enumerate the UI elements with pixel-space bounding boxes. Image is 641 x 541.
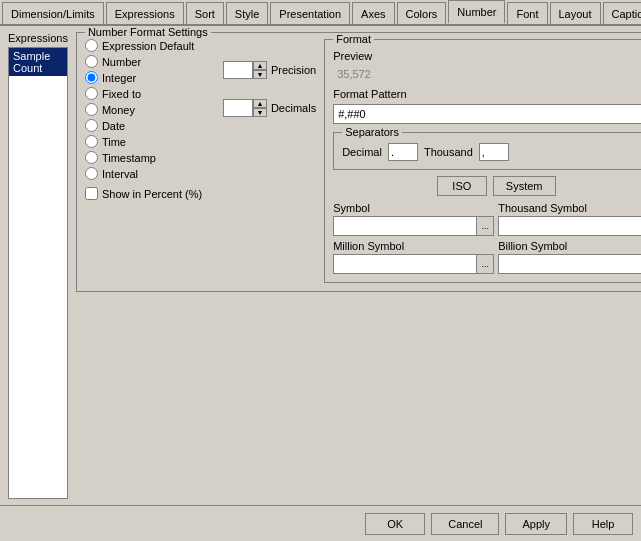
million-symbol-input[interactable] bbox=[333, 254, 476, 274]
billion-symbol-group: Billion Symbol ... bbox=[498, 240, 641, 274]
decimals-row: ▲ ▼ Decimals bbox=[223, 99, 316, 117]
radio-interval[interactable]: Interval bbox=[85, 167, 215, 180]
radio-time-label: Time bbox=[102, 136, 126, 148]
radio-money-input[interactable] bbox=[85, 103, 98, 116]
format-preview-section: Preview 35,572 bbox=[333, 50, 641, 84]
million-symbol-label: Million Symbol bbox=[333, 240, 494, 252]
precision-spinner: ▲ ▼ bbox=[223, 61, 267, 79]
symbol-label: Symbol bbox=[333, 202, 494, 214]
help-button[interactable]: Help bbox=[573, 513, 633, 535]
thousand-symbol-input[interactable] bbox=[498, 216, 641, 236]
tab-font[interactable]: Font bbox=[507, 2, 547, 24]
show-percent-row[interactable]: Show in Percent (%) bbox=[85, 187, 215, 200]
tab-expressions[interactable]: Expressions bbox=[106, 2, 184, 24]
tab-number[interactable]: Number bbox=[448, 0, 505, 24]
decimals-up-button[interactable]: ▲ bbox=[253, 99, 267, 108]
radio-fixed-to-input[interactable] bbox=[85, 87, 98, 100]
format-preview-value: 35,572 bbox=[333, 66, 641, 84]
left-panel: Expressions Sample Count bbox=[8, 32, 68, 499]
radio-money[interactable]: Money bbox=[85, 103, 215, 116]
radio-time-input[interactable] bbox=[85, 135, 98, 148]
tab-dimension-limits[interactable]: Dimension/Limits bbox=[2, 2, 104, 24]
show-percent-checkbox[interactable] bbox=[85, 187, 98, 200]
show-percent-label: Show in Percent (%) bbox=[102, 188, 202, 200]
precision-row: ▲ ▼ Precision bbox=[223, 61, 316, 79]
billion-symbol-input[interactable] bbox=[498, 254, 641, 274]
symbol-browse-button[interactable]: ... bbox=[476, 216, 494, 236]
million-symbol-group: Million Symbol ... bbox=[333, 240, 494, 274]
cancel-button[interactable]: Cancel bbox=[431, 513, 499, 535]
radio-number-input[interactable] bbox=[85, 55, 98, 68]
radio-date-input[interactable] bbox=[85, 119, 98, 132]
radio-time[interactable]: Time bbox=[85, 135, 215, 148]
iso-button[interactable]: ISO bbox=[437, 176, 487, 196]
list-item[interactable]: Sample Count bbox=[9, 48, 67, 76]
tab-bar: Dimension/Limits Expressions Sort Style … bbox=[0, 0, 641, 26]
radio-expression-default-label: Expression Default bbox=[102, 40, 194, 52]
radio-integer[interactable]: Integer bbox=[85, 71, 215, 84]
tab-presentation[interactable]: Presentation bbox=[270, 2, 350, 24]
format-pattern-input[interactable] bbox=[333, 104, 641, 124]
radio-timestamp-input[interactable] bbox=[85, 151, 98, 164]
format-group: Format Preview 35,572 Format Pattern bbox=[324, 39, 641, 283]
tab-caption[interactable]: Caption bbox=[603, 2, 641, 24]
thousand-symbol-group: Thousand Symbol ... bbox=[498, 202, 641, 236]
decimals-spinner: ▲ ▼ bbox=[223, 99, 267, 117]
tab-axes[interactable]: Axes bbox=[352, 2, 394, 24]
decimals-spinner-buttons: ▲ ▼ bbox=[253, 99, 267, 117]
expressions-list: Sample Count bbox=[8, 47, 68, 499]
format-pattern-label: Format Pattern bbox=[333, 88, 406, 100]
thousand-symbol-label: Thousand Symbol bbox=[498, 202, 641, 214]
ok-button[interactable]: OK bbox=[365, 513, 425, 535]
symbol-group: Symbol ... bbox=[333, 202, 494, 236]
million-symbol-browse-button[interactable]: ... bbox=[476, 254, 494, 274]
preview-label: Preview bbox=[333, 50, 372, 62]
main-content: Expressions Sample Count Number Format S… bbox=[0, 26, 641, 505]
tab-layout[interactable]: Layout bbox=[550, 2, 601, 24]
content-row: Expressions Sample Count Number Format S… bbox=[8, 32, 633, 499]
thousand-label: Thousand bbox=[424, 146, 473, 158]
billion-symbol-input-row: ... bbox=[498, 254, 641, 274]
radio-fixed-to[interactable]: Fixed to bbox=[85, 87, 215, 100]
expressions-label: Expressions bbox=[8, 32, 68, 44]
radio-number[interactable]: Number bbox=[85, 55, 215, 68]
num-format-section: Expression Default Number Integer F bbox=[85, 39, 641, 283]
tab-style[interactable]: Style bbox=[226, 2, 268, 24]
radio-integer-label: Integer bbox=[102, 72, 136, 84]
decimals-down-button[interactable]: ▼ bbox=[253, 108, 267, 117]
format-group-wrapper: Format Preview 35,572 Format Pattern bbox=[324, 39, 641, 283]
precision-input[interactable] bbox=[223, 61, 253, 79]
bottom-bar: OK Cancel Apply Help bbox=[0, 505, 641, 541]
number-format-settings-group: Number Format Settings Expression Defaul… bbox=[76, 32, 641, 292]
radio-date[interactable]: Date bbox=[85, 119, 215, 132]
tab-sort[interactable]: Sort bbox=[186, 2, 224, 24]
separator-row: Decimal Thousand bbox=[342, 143, 641, 161]
system-button[interactable]: System bbox=[493, 176, 556, 196]
radio-number-label: Number bbox=[102, 56, 141, 68]
symbol-grid: Symbol ... Thousand Symbol bbox=[333, 202, 641, 274]
radio-interval-input[interactable] bbox=[85, 167, 98, 180]
radio-integer-input[interactable] bbox=[85, 71, 98, 84]
symbol-input[interactable] bbox=[333, 216, 476, 236]
tab-colors[interactable]: Colors bbox=[397, 2, 447, 24]
radio-date-label: Date bbox=[102, 120, 125, 132]
thousand-input[interactable] bbox=[479, 143, 509, 161]
decimals-label: Decimals bbox=[271, 102, 316, 114]
format-pattern-section: Format Pattern bbox=[333, 88, 641, 124]
radio-timestamp-label: Timestamp bbox=[102, 152, 156, 164]
iso-system-row: ISO System bbox=[333, 176, 641, 196]
radio-expression-default-input[interactable] bbox=[85, 39, 98, 52]
symbol-input-row: ... bbox=[333, 216, 494, 236]
radio-timestamp[interactable]: Timestamp bbox=[85, 151, 215, 164]
precision-up-button[interactable]: ▲ bbox=[253, 61, 267, 70]
precision-label: Precision bbox=[271, 64, 316, 76]
precision-down-button[interactable]: ▼ bbox=[253, 70, 267, 79]
decimal-input[interactable] bbox=[388, 143, 418, 161]
million-symbol-input-row: ... bbox=[333, 254, 494, 274]
radio-expression-default[interactable]: Expression Default bbox=[85, 39, 215, 52]
separators-title: Separators bbox=[342, 126, 402, 138]
apply-button[interactable]: Apply bbox=[505, 513, 567, 535]
decimals-input[interactable] bbox=[223, 99, 253, 117]
radio-money-label: Money bbox=[102, 104, 135, 116]
format-group-title: Format bbox=[333, 33, 374, 45]
